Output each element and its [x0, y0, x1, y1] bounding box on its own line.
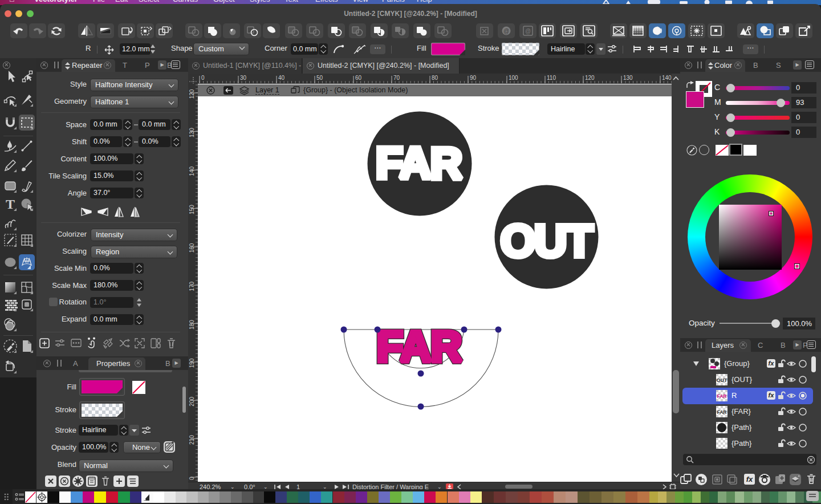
svg-text:FAR: FAR [376, 138, 462, 188]
svg-text:@: @ [525, 28, 531, 34]
svg-text:OUT: OUT [501, 216, 594, 266]
svg-text:130: 130 [189, 128, 195, 137]
svg-text:160: 160 [189, 243, 195, 253]
svg-text:90: 90 [470, 75, 477, 81]
svg-text:210: 210 [189, 435, 195, 445]
svg-text:140: 140 [189, 166, 195, 176]
svg-text:0: 0 [189, 477, 195, 480]
svg-text:FAR: FAR [377, 322, 462, 371]
svg-text:T: T [6, 197, 15, 212]
svg-text:FAR: FAR [717, 409, 727, 415]
svg-text:200: 200 [189, 397, 195, 407]
svg-text:FAR: FAR [717, 393, 727, 399]
svg-text:100: 100 [509, 75, 518, 81]
svg-text:110: 110 [547, 75, 556, 81]
svg-text:120: 120 [585, 75, 595, 81]
svg-text:60: 60 [355, 75, 362, 81]
svg-text:180: 180 [189, 320, 195, 330]
svg-text:140: 140 [662, 75, 672, 81]
svg-text:170: 170 [189, 282, 195, 291]
svg-text:40: 40 [278, 75, 285, 81]
svg-text:0: 0 [201, 75, 205, 81]
svg-text:50: 50 [316, 75, 323, 81]
svg-text:30: 30 [240, 75, 247, 81]
svg-text:150: 150 [189, 205, 195, 214]
svg-text:70: 70 [393, 75, 400, 81]
svg-text:190: 190 [189, 358, 195, 368]
svg-text:120: 120 [189, 89, 195, 99]
svg-text:@: @ [503, 28, 509, 34]
svg-text:80: 80 [432, 75, 438, 81]
svg-text:OUT: OUT [717, 377, 728, 383]
svg-text:130: 130 [623, 75, 633, 81]
